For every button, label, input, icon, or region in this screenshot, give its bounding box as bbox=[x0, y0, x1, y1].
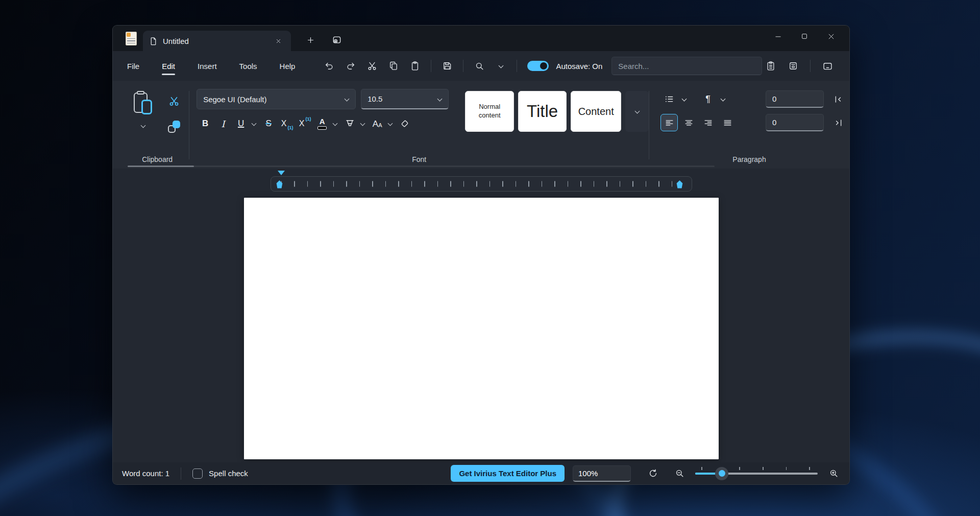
style-label: Content bbox=[578, 106, 614, 118]
copy-button[interactable] bbox=[385, 58, 402, 74]
align-left-button[interactable] bbox=[660, 114, 678, 131]
list-options-button[interactable] bbox=[679, 90, 689, 108]
style-title[interactable]: Title bbox=[518, 91, 567, 132]
redo-icon bbox=[346, 61, 356, 71]
toolbar-divider bbox=[810, 60, 811, 72]
align-justify-icon bbox=[723, 118, 732, 128]
autosave-toggle[interactable] bbox=[527, 61, 549, 71]
italic-button[interactable]: I bbox=[214, 114, 232, 133]
search-input[interactable] bbox=[612, 57, 762, 75]
slider-ticks bbox=[695, 467, 818, 470]
search-options-button[interactable] bbox=[492, 58, 509, 74]
strikethrough-button[interactable]: S bbox=[260, 114, 277, 133]
font-size-value: 10.5 bbox=[368, 95, 382, 103]
save-button[interactable] bbox=[438, 58, 456, 74]
ribbon-scrollbar[interactable] bbox=[128, 166, 715, 167]
subscript-button[interactable]: X(1) bbox=[278, 114, 295, 133]
toolbar-divider bbox=[517, 60, 517, 72]
paste-button[interactable] bbox=[406, 58, 424, 74]
ribbon-scrollbar-thumb[interactable] bbox=[128, 166, 194, 167]
ruler[interactable] bbox=[271, 176, 692, 192]
menu-edit[interactable]: Edit bbox=[161, 59, 176, 74]
zoom-in-icon bbox=[829, 468, 839, 478]
style-normal-content[interactable]: Normal content bbox=[465, 91, 514, 132]
open-in-new-window-button[interactable] bbox=[329, 32, 345, 48]
align-right-button[interactable] bbox=[699, 114, 717, 131]
word-count-panel-button[interactable] bbox=[762, 58, 779, 74]
bold-button[interactable]: B bbox=[197, 114, 214, 133]
font-size-select[interactable]: 10.5 bbox=[361, 89, 449, 109]
superscript-button[interactable]: X(1) bbox=[296, 114, 313, 133]
upgrade-button[interactable]: Get Ivirius Text Editor Plus bbox=[451, 465, 565, 482]
cut-button-ribbon[interactable] bbox=[165, 92, 183, 110]
document-page[interactable] bbox=[244, 198, 719, 459]
document-tab[interactable]: Untitled bbox=[143, 31, 291, 51]
font-color-button[interactable]: A bbox=[313, 114, 331, 133]
style-label: Title bbox=[527, 102, 558, 121]
spacing-after-input[interactable] bbox=[766, 114, 824, 131]
zoom-out-button[interactable] bbox=[672, 466, 687, 481]
save-as-panel-button[interactable] bbox=[785, 58, 802, 74]
indent-start-button[interactable] bbox=[829, 90, 847, 108]
formatting-marks-button[interactable]: ¶ bbox=[699, 90, 717, 108]
close-window-button[interactable] bbox=[818, 26, 844, 47]
clipboard-section-label: Clipboard bbox=[126, 155, 189, 163]
menu-file[interactable]: File bbox=[126, 59, 140, 74]
scissors-icon bbox=[367, 61, 377, 71]
highlight-options-button[interactable] bbox=[358, 114, 367, 133]
tab-title: Untitled bbox=[163, 37, 266, 45]
chevron-down-icon bbox=[251, 121, 256, 126]
menu-help[interactable]: Help bbox=[279, 59, 297, 74]
text-case-options-button[interactable] bbox=[385, 114, 395, 133]
undo-button[interactable] bbox=[321, 58, 338, 74]
font-family-select[interactable]: Segoe UI (Default) bbox=[197, 89, 356, 109]
copy-button-ribbon[interactable] bbox=[165, 118, 183, 136]
font-section: Segoe UI (Default) 10.5 B I U S X(1) bbox=[189, 88, 649, 169]
save-icon bbox=[442, 61, 452, 71]
maximize-button[interactable] bbox=[791, 26, 818, 47]
menubar-right-icons bbox=[762, 58, 836, 74]
bullet-list-button[interactable] bbox=[660, 90, 678, 108]
subscript-icon: X(1) bbox=[281, 119, 287, 128]
menu-insert[interactable]: Insert bbox=[197, 59, 218, 74]
redo-button[interactable] bbox=[342, 58, 359, 74]
zoom-in-button[interactable] bbox=[826, 466, 841, 481]
highlight-button[interactable] bbox=[341, 114, 358, 133]
first-line-indent-marker[interactable] bbox=[278, 171, 285, 179]
clear-formatting-button[interactable] bbox=[396, 114, 413, 133]
tab-close-button[interactable] bbox=[272, 34, 285, 48]
ruler-ticks bbox=[281, 181, 681, 187]
reset-zoom-button[interactable] bbox=[645, 466, 660, 481]
align-center-button[interactable] bbox=[680, 114, 697, 131]
text-case-button[interactable]: AA bbox=[369, 114, 386, 133]
toggle-statusbar-button[interactable] bbox=[819, 58, 836, 74]
zoom-level-input[interactable] bbox=[573, 465, 631, 482]
bold-icon: B bbox=[202, 119, 208, 129]
cut-button[interactable] bbox=[363, 58, 381, 74]
zoom-slider[interactable] bbox=[695, 466, 818, 481]
spell-check-control: Spell check bbox=[192, 468, 248, 479]
search-button[interactable] bbox=[471, 58, 488, 74]
align-justify-button[interactable] bbox=[719, 114, 736, 131]
window-controls bbox=[765, 26, 844, 47]
toolbar-divider bbox=[463, 60, 463, 72]
underline-button[interactable]: U bbox=[232, 114, 250, 133]
style-content[interactable]: Content bbox=[571, 91, 621, 132]
underline-options-button[interactable] bbox=[249, 114, 258, 133]
indent-end-button[interactable] bbox=[829, 114, 847, 131]
spacing-before-input[interactable] bbox=[766, 90, 824, 108]
toolbar-divider bbox=[431, 60, 431, 72]
chevron-down-icon bbox=[498, 63, 503, 68]
minimize-button[interactable] bbox=[765, 26, 791, 47]
slider-thumb[interactable] bbox=[715, 467, 728, 480]
new-tab-button[interactable] bbox=[303, 32, 318, 48]
paste-options-button[interactable] bbox=[134, 121, 152, 131]
spell-check-checkbox[interactable] bbox=[192, 468, 203, 479]
font-color-options-button[interactable] bbox=[330, 114, 339, 133]
menu-tools[interactable]: Tools bbox=[238, 59, 258, 74]
marks-options-button[interactable] bbox=[718, 90, 728, 108]
ribbon: Clipboard Segoe UI (Default) 10.5 B bbox=[113, 81, 849, 169]
copy-icon bbox=[168, 121, 180, 133]
styles-more-button[interactable] bbox=[625, 91, 649, 132]
paste-large-button[interactable] bbox=[132, 91, 154, 114]
